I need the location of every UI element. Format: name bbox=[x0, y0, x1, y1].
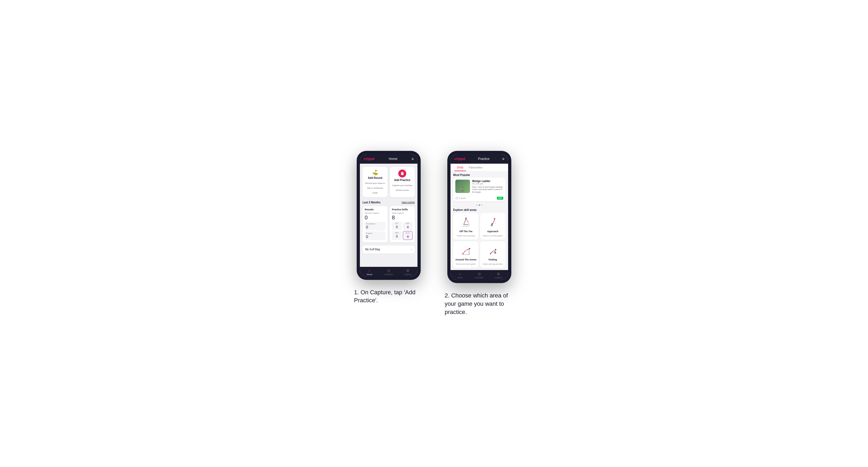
nav-home-1[interactable]: ⌂ Home bbox=[360, 269, 379, 276]
activities-nav-label-1: Activities bbox=[384, 273, 393, 276]
app-badge: APP bbox=[497, 197, 503, 200]
phone-1-body: ⛳ Add Round Record your shots in fast or… bbox=[360, 164, 417, 267]
golf-bag-row[interactable]: My Golf Bag › bbox=[363, 246, 415, 253]
shots-count: 🕐 9 shots bbox=[455, 197, 466, 199]
app-stat: APP 4 bbox=[403, 222, 413, 230]
stats-section: Last 3 Months View Activity Rounds Round… bbox=[360, 199, 417, 244]
ott-stat: OTT 0 bbox=[392, 222, 402, 230]
phone-1-bottom-nav: ⌂ Home ◎ Activities ⊕ Capture bbox=[360, 267, 417, 277]
nav-capture-1[interactable]: ⊕ Capture bbox=[398, 269, 417, 276]
putt-stat: PUTT 4 bbox=[403, 231, 413, 240]
add-practice-card[interactable]: 📋 Add Practice Capture your practice off… bbox=[390, 167, 415, 197]
drills-big-number: 8 bbox=[392, 215, 413, 220]
featured-title-row: Wedge Ladder ☆ bbox=[472, 180, 503, 183]
svg-line-3 bbox=[466, 219, 469, 225]
carousel-dots bbox=[451, 204, 508, 207]
nav-capture-2[interactable]: ⊕ Capture bbox=[489, 272, 508, 279]
home-title: Home bbox=[389, 157, 398, 161]
view-activity-link[interactable]: View Activity bbox=[401, 201, 415, 204]
ott-label: OTT bbox=[393, 223, 400, 224]
skill-name-approach: Approach bbox=[482, 230, 503, 233]
activities-nav-label-2: Activities bbox=[475, 276, 484, 279]
svg-marker-19 bbox=[495, 249, 496, 250]
skill-card-putting[interactable]: Putting Make and lag practice bbox=[480, 241, 505, 268]
featured-footer: 🕐 9 shots APP bbox=[453, 196, 505, 201]
off-the-tee-icon-area bbox=[455, 216, 476, 229]
tournament-label: Tournament bbox=[366, 223, 384, 225]
practice-body: Most Popular 🏌️ Wedge Ladder ☆ bbox=[451, 172, 508, 270]
caption-2: 2. Choose which area of your game you wa… bbox=[445, 291, 514, 316]
drill-yardage: 50–100 yds bbox=[472, 183, 503, 185]
clippd-logo-2: clippd bbox=[454, 157, 465, 161]
menu-icon-1[interactable]: ≡ bbox=[412, 157, 414, 161]
approach-icon-area bbox=[482, 216, 503, 229]
drills-tab[interactable]: Drills bbox=[454, 164, 466, 171]
nav-home-2[interactable]: ⌂ Home bbox=[451, 272, 470, 279]
skill-desc-atg: Hone your short game bbox=[456, 263, 475, 265]
featured-drill-card[interactable]: 🏌️ Wedge Ladder ☆ 50–100 yds Play 1 shot… bbox=[453, 178, 505, 201]
dot-1[interactable] bbox=[476, 205, 478, 206]
page-container: clippd Home ≡ ⛳ Add Round Record your sh… bbox=[354, 151, 514, 316]
add-round-card[interactable]: ⛳ Add Round Record your shots in fast or… bbox=[363, 167, 388, 197]
mini-stats-grid: OTT 0 APP 4 ARG 0 bbox=[392, 222, 413, 240]
putting-svg bbox=[487, 245, 499, 256]
nav-activities-2[interactable]: ◎ Activities bbox=[470, 272, 489, 279]
rounds-title: Rounds bbox=[365, 208, 385, 211]
action-cards-row: ⛳ Add Round Record your shots in fast or… bbox=[360, 164, 417, 199]
phone-2-screen: clippd Practice ≡ Drills Favourites Most… bbox=[451, 154, 508, 280]
practice-label: Practice bbox=[366, 232, 384, 234]
phone-2: clippd Practice ≡ Drills Favourites Most… bbox=[447, 151, 511, 283]
clippd-logo-1: clippd bbox=[364, 157, 375, 161]
svg-line-1 bbox=[464, 219, 466, 225]
skill-name-atg: Around The Green bbox=[455, 258, 476, 261]
dot-3[interactable] bbox=[481, 205, 483, 206]
drill-title: Wedge Ladder bbox=[472, 180, 491, 183]
arg-value: 0 bbox=[396, 235, 398, 238]
activities-nav-icon-1: ◎ bbox=[387, 269, 390, 273]
last-3-months-label: Last 3 Months bbox=[363, 201, 380, 204]
drill-description: Play 1 shot at each target yardage. If y… bbox=[472, 186, 503, 193]
featured-card-content: 🏌️ Wedge Ladder ☆ 50–100 yds Play 1 shot… bbox=[453, 178, 505, 196]
home-nav-icon-1: ⌂ bbox=[368, 269, 371, 273]
skill-desc-ott: Power and accuracy bbox=[457, 235, 475, 237]
rounds-capture-label: Rounds Capture bbox=[365, 212, 385, 214]
svg-marker-15 bbox=[469, 248, 470, 249]
favourites-tab[interactable]: Favourites bbox=[466, 164, 485, 171]
golf-flag-icon: ⛳ bbox=[365, 169, 385, 176]
add-round-title: Add Round bbox=[365, 177, 385, 179]
rounds-card: Rounds Rounds Capture 0 Tournament 0 bbox=[363, 206, 388, 242]
phone-1: clippd Home ≡ ⛳ Add Round Record your sh… bbox=[357, 151, 421, 280]
menu-icon-2[interactable]: ≡ bbox=[502, 157, 504, 161]
approach-svg bbox=[487, 216, 499, 228]
home-nav-label-1: Home bbox=[367, 273, 372, 276]
putt-value: 4 bbox=[407, 235, 409, 239]
putting-icon-area bbox=[482, 244, 503, 257]
explore-label: Explore skill areas bbox=[451, 207, 508, 213]
dot-2[interactable] bbox=[479, 205, 480, 206]
tournament-stat: Tournament 0 bbox=[365, 222, 385, 230]
skill-card-atg[interactable]: Around The Green Hone your short game bbox=[453, 241, 478, 268]
nav-activities-1[interactable]: ◎ Activities bbox=[379, 269, 398, 276]
drills-capture-label: Drills Capture bbox=[392, 212, 413, 214]
practice-value: 0 bbox=[366, 235, 368, 239]
home-nav-label-2: Home bbox=[457, 276, 463, 279]
skill-card-approach[interactable]: Approach Dial-in to hit the green bbox=[480, 213, 505, 240]
star-icon[interactable]: ☆ bbox=[501, 180, 503, 183]
svg-point-6 bbox=[494, 218, 495, 219]
add-practice-icon-bg: 📋 bbox=[398, 169, 406, 178]
phone-1-header: clippd Home ≡ bbox=[360, 154, 417, 164]
most-popular-label: Most Popular bbox=[451, 172, 508, 178]
svg-point-0 bbox=[465, 218, 467, 219]
skill-desc-putting: Make and lag practice bbox=[483, 263, 502, 265]
golf-bag-label: My Golf Bag bbox=[365, 248, 380, 251]
atg-icon-area bbox=[455, 244, 476, 257]
add-practice-desc: Capture your practice off-the-course bbox=[392, 184, 412, 191]
off-the-tee-svg bbox=[460, 216, 472, 228]
golfer-icon: 🏌️ bbox=[460, 187, 465, 192]
skill-card-off-the-tee[interactable]: Off The Tee Power and accuracy bbox=[453, 213, 478, 240]
atg-svg bbox=[460, 245, 472, 256]
practice-title-header: Practice bbox=[478, 157, 490, 161]
drill-thumbnail: 🏌️ bbox=[455, 180, 470, 193]
capture-nav-icon-2: ⊕ bbox=[497, 272, 500, 276]
putt-label: PUTT bbox=[404, 232, 411, 234]
